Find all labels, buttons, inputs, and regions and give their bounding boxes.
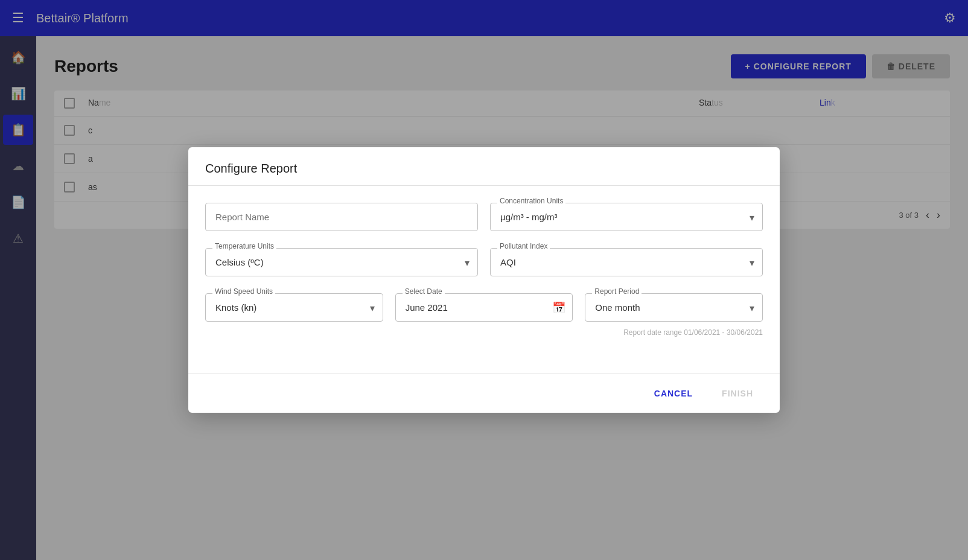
wind-speed-select[interactable]: Knots (kn): [205, 293, 383, 322]
report-name-field: [205, 203, 478, 231]
dialog-footer: CANCEL FINISH: [188, 374, 780, 413]
select-date-input[interactable]: [395, 293, 573, 322]
concentration-units-label: Concentration Units: [497, 197, 565, 205]
select-date-field: Select Date 📅: [395, 293, 573, 322]
dialog-title: Configure Report: [205, 162, 763, 176]
dialog-body: Concentration Units µg/m³ - mg/m³ Temper…: [188, 186, 780, 374]
report-period-label: Report Period: [592, 287, 642, 296]
wind-speed-label: Wind Speed Units: [212, 287, 275, 296]
modal-overlay: Configure Report Concentration Units µg/…: [0, 0, 968, 560]
temperature-units-label: Temperature Units: [212, 242, 276, 250]
report-period-field: Report Period One month: [585, 293, 763, 322]
report-period-select[interactable]: One month: [585, 293, 763, 322]
temperature-units-select[interactable]: Celsius (ºC): [205, 248, 478, 276]
concentration-units-select[interactable]: µg/m³ - mg/m³: [490, 203, 763, 231]
pollutant-index-field: Pollutant Index AQI: [490, 248, 763, 276]
cancel-button[interactable]: CANCEL: [645, 384, 702, 403]
concentration-units-field: Concentration Units µg/m³ - mg/m³: [490, 203, 763, 231]
pollutant-index-select[interactable]: AQI: [490, 248, 763, 276]
date-range-hint: Report date range 01/06/2021 - 30/06/202…: [623, 328, 763, 337]
wind-speed-field: Wind Speed Units Knots (kn): [205, 293, 383, 322]
report-name-input[interactable]: [205, 203, 478, 231]
temperature-units-field: Temperature Units Celsius (ºC): [205, 248, 478, 276]
finish-button[interactable]: FINISH: [712, 384, 763, 403]
select-date-label: Select Date: [403, 287, 445, 296]
pollutant-index-label: Pollutant Index: [497, 242, 550, 250]
configure-report-dialog: Configure Report Concentration Units µg/…: [188, 147, 780, 413]
dialog-header: Configure Report: [188, 147, 780, 186]
